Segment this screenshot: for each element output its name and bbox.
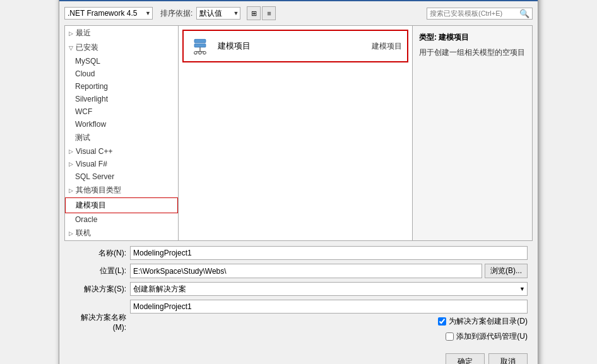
dialog-content: .NET Framework 4.5 ▼ 排序依据: 默认值 ▼ ⊞ ≡ 🔍 <box>59 1 538 364</box>
form-row-solution-name: 解决方案名称(M): 为解决方案创建目录(D) 添加到源代码管理(U) <box>69 300 528 344</box>
svg-rect-1 <box>194 44 206 47</box>
bottom-form-section: 名称(N): 位置(L): 浏览(B)... 解决方案(S): 创建新解决方案 … <box>64 241 533 348</box>
grid-view-button[interactable]: ⊞ <box>247 6 261 20</box>
source-control-label: 添加到源代码管理(U) <box>456 331 528 342</box>
sidebar-item-wcf[interactable]: WCF <box>65 105 178 118</box>
sidebar-other-types-label: 其他项目类型 <box>76 185 121 196</box>
sidebar-item-reporting[interactable]: Reporting <box>65 80 178 93</box>
sort-select[interactable]: 默认值 <box>196 7 240 20</box>
recent-triangle-icon: ▷ <box>69 30 73 37</box>
ok-button[interactable]: 确定 <box>446 353 485 364</box>
template-modeling-name: 建模项目 <box>218 40 251 52</box>
content-area: 建模项目 建模项目 <box>179 26 412 240</box>
sort-select-wrapper: 默认值 ▼ <box>196 7 240 20</box>
solution-label: 解决方案(S): <box>69 284 126 295</box>
framework-select-wrapper: .NET Framework 4.5 ▼ <box>64 7 153 20</box>
info-type-label: 类型: 建模项目 <box>419 32 526 43</box>
sidebar-item-mysql[interactable]: MySQL <box>65 55 178 68</box>
location-label: 位置(L): <box>69 266 126 276</box>
solution-name-input[interactable] <box>130 300 528 314</box>
sidebar-visual-cpp-header[interactable]: ▷ Visual C++ <box>65 145 178 158</box>
info-type-prefix: 类型: <box>419 33 439 42</box>
template-item-modeling[interactable]: 建模项目 建模项目 <box>182 30 408 62</box>
search-input[interactable] <box>430 9 518 17</box>
source-control-checkbox[interactable] <box>446 332 454 341</box>
sidebar-installed-label: 已安装 <box>76 42 98 53</box>
location-input[interactable] <box>130 264 482 278</box>
template-modeling-icon <box>189 35 211 57</box>
sidebar-visual-fsharp-label: Visual F# <box>76 160 107 168</box>
browse-button[interactable]: 浏览(B)... <box>485 264 528 278</box>
sidebar-item-test[interactable]: 测试 <box>65 131 178 145</box>
form-row-solution: 解决方案(S): 创建新解决方案 ▼ <box>69 282 528 296</box>
installed-triangle-icon: ▽ <box>69 45 73 51</box>
location-input-group: 浏览(B)... <box>130 264 528 278</box>
sidebar-online-label: 联机 <box>76 228 91 238</box>
search-box: 🔍 <box>427 8 533 20</box>
info-type-value: 建模项目 <box>439 33 469 42</box>
visual-cpp-triangle-icon: ▷ <box>69 148 73 155</box>
sidebar-online-header[interactable]: ▷ 联机 <box>65 226 178 240</box>
solution-name-label: 解决方案名称(M): <box>69 312 126 332</box>
sidebar-recent-label: 最近 <box>76 28 91 38</box>
bottom-buttons: 确定 取消 <box>64 348 533 364</box>
sidebar-item-silverlight[interactable]: Silverlight <box>65 93 178 105</box>
form-row-name: 名称(N): <box>69 246 528 260</box>
main-area: ▷ 最近 ▽ 已安装 MySQL Cloud Reporting Silverl… <box>64 25 533 241</box>
sidebar-item-oracle[interactable]: Oracle <box>65 213 178 226</box>
form-row-location: 位置(L): 浏览(B)... <box>69 264 528 278</box>
cancel-button[interactable]: 取消 <box>488 353 528 364</box>
view-icons: ⊞ ≡ <box>247 6 276 20</box>
search-icon[interactable]: 🔍 <box>519 9 529 18</box>
sidebar-online-section: ▷ 联机 <box>65 226 178 240</box>
sidebar-other-types-header[interactable]: ▷ 其他项目类型 <box>65 183 178 197</box>
solution-select-wrapper: 创建新解决方案 ▼ <box>130 282 528 296</box>
svg-rect-0 <box>194 39 206 42</box>
other-types-triangle-icon: ▷ <box>69 187 73 194</box>
name-input[interactable] <box>130 246 528 260</box>
new-project-dialog: 新建项目 ? ✕ .NET Framework 4.5 ▼ 排序依据: 默认值 … <box>59 0 538 364</box>
name-label: 名称(N): <box>69 248 126 259</box>
checkbox-row-create-dir: 为解决方案创建目录(D) <box>438 316 528 327</box>
sidebar-visual-fsharp-header[interactable]: ▷ Visual F# <box>65 158 178 170</box>
solution-select[interactable]: 创建新解决方案 <box>130 282 528 296</box>
list-view-button[interactable]: ≡ <box>262 6 276 20</box>
sidebar-installed-header[interactable]: ▽ 已安装 <box>65 40 178 55</box>
sort-label: 排序依据: <box>160 8 192 19</box>
checkbox-row-source-control: 添加到源代码管理(U) <box>446 331 528 342</box>
svg-point-5 <box>199 51 201 54</box>
sidebar-installed-section: ▽ 已安装 MySQL Cloud Reporting Silverlight … <box>65 40 178 226</box>
sidebar-visual-cpp-label: Visual C++ <box>76 147 112 156</box>
sidebar-recent-header[interactable]: ▷ 最近 <box>65 26 178 40</box>
sidebar-item-cloud[interactable]: Cloud <box>65 68 178 80</box>
framework-select[interactable]: .NET Framework 4.5 <box>64 7 153 20</box>
svg-point-4 <box>194 51 197 54</box>
sidebar: ▷ 最近 ▽ 已安装 MySQL Cloud Reporting Silverl… <box>65 26 179 240</box>
create-dir-label: 为解决方案创建目录(D) <box>449 316 528 327</box>
create-dir-checkbox[interactable] <box>438 317 446 326</box>
sidebar-item-sql-server[interactable]: SQL Server <box>65 170 178 183</box>
online-triangle-icon: ▷ <box>69 230 73 237</box>
sidebar-recent-section: ▷ 最近 <box>65 26 178 40</box>
info-description: 用于创建一组相关模型的空项目 <box>419 47 526 58</box>
template-modeling-desc: 建模项目 <box>372 41 402 52</box>
sidebar-item-modeling[interactable]: 建模项目 <box>65 197 178 213</box>
visual-fsharp-triangle-icon: ▷ <box>69 161 73 167</box>
top-bar: .NET Framework 4.5 ▼ 排序依据: 默认值 ▼ ⊞ ≡ 🔍 <box>64 6 533 20</box>
svg-point-6 <box>203 51 206 54</box>
info-panel: 类型: 建模项目 用于创建一组相关模型的空项目 <box>412 26 532 240</box>
sidebar-item-workflow[interactable]: Workflow <box>65 118 178 131</box>
